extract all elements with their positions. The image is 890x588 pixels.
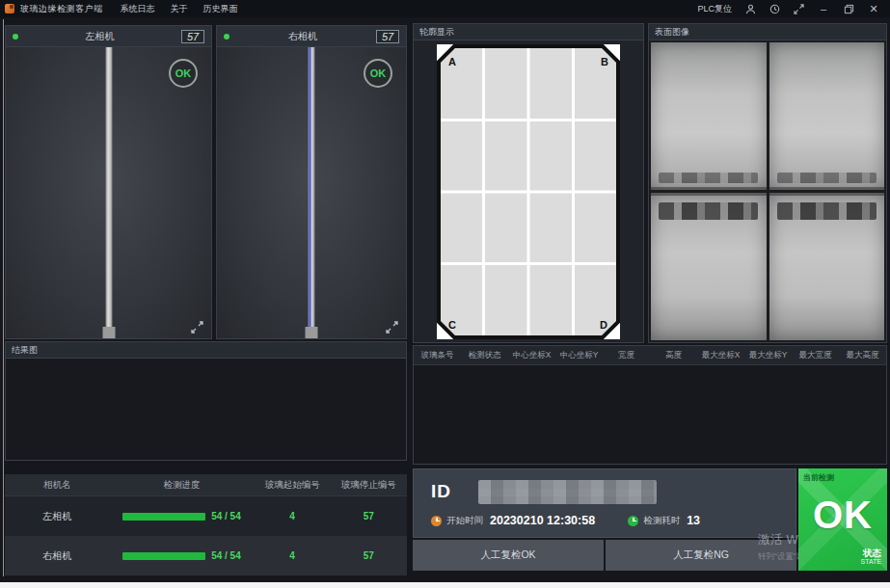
expand-icon[interactable]: [386, 320, 398, 333]
fullscreen-icon[interactable]: [793, 3, 804, 14]
stop-no-cell: 57: [331, 550, 407, 561]
glass-edge-image: [309, 47, 315, 329]
result-image-panel: 结果图: [5, 341, 407, 461]
detection-table: 玻璃条号 检测状态 中心坐标X 中心坐标Y 宽度 高度 最大坐标X 最大坐标Y …: [413, 345, 887, 465]
elapsed-clock-icon: [628, 516, 638, 526]
progress-bar: [122, 552, 205, 560]
result-panel-title: 结果图: [6, 342, 406, 359]
table-row[interactable]: 左相机 54 / 54 4 57: [5, 496, 407, 536]
manual-recheck-ng-button[interactable]: 人工复检NG: [606, 540, 796, 571]
user-icon[interactable]: [744, 3, 756, 14]
left-camera-count-field[interactable]: 57: [181, 30, 204, 43]
id-label: ID: [431, 481, 451, 502]
right-camera-header: 右相机 57: [217, 26, 406, 47]
col-center-y: 中心坐标Y: [555, 350, 603, 361]
corner-label-a: A: [448, 56, 456, 67]
plc-reset-button[interactable]: PLC复位: [697, 3, 732, 15]
desktop: 玻璃边缘检测客户端 系统日志 关于 历史界面 PLC复位 – ✕ 左相机: [0, 0, 890, 588]
progress-value: 54 / 54: [211, 511, 241, 521]
window-edge: [3, 19, 4, 576]
title-bar: 玻璃边缘检测客户端 系统日志 关于 历史界面 PLC复位 – ✕: [0, 0, 890, 17]
progress-table-header: 相机名 检测进度 玻璃起始编号 玻璃停止编号: [5, 474, 407, 496]
state-label: 状态: [860, 548, 881, 558]
manual-recheck-ok-button[interactable]: 人工复检OK: [413, 540, 604, 571]
restore-button[interactable]: [843, 3, 854, 14]
col-max-width: 最大宽度: [792, 350, 839, 361]
progress-bar: [122, 513, 205, 521]
surface-panel: 表面图像: [648, 23, 887, 343]
start-time-label: 开始时间: [446, 515, 483, 527]
corner-label-b: B: [601, 56, 608, 67]
left-camera-title: 左相机: [18, 30, 181, 43]
clock-icon[interactable]: [769, 3, 780, 14]
col-width: 宽度: [603, 350, 650, 361]
contour-panel: 轮廓显示 A B C D: [413, 23, 644, 343]
right-camera-count-field[interactable]: 57: [376, 30, 399, 43]
left-camera-view: OK: [6, 47, 211, 338]
minimize-button[interactable]: –: [817, 3, 830, 14]
col-max-height: 最大高度: [839, 350, 886, 361]
id-value-redacted: [478, 480, 657, 504]
corner-label-c: C: [448, 319, 456, 331]
expand-icon[interactable]: [191, 320, 203, 333]
col-progress: 检测进度: [109, 479, 254, 492]
progress-value: 54 / 54: [211, 550, 241, 561]
surface-image: [651, 193, 767, 340]
app-window: 玻璃边缘检测客户端 系统日志 关于 历史界面 PLC复位 – ✕ 左相机: [0, 0, 890, 582]
camera-name-cell: 右相机: [5, 549, 109, 563]
right-camera-ok-badge: OK: [364, 59, 392, 88]
screen-edge: [0, 582, 890, 588]
badge-label: 当前检测: [803, 472, 834, 483]
progress-table: 相机名 检测进度 玻璃起始编号 玻璃停止编号 左相机 54 / 54 4 57 …: [5, 474, 407, 579]
glass-contour-graphic: A B C D: [437, 44, 620, 339]
surface-panel-title: 表面图像: [649, 24, 886, 40]
right-camera-title: 右相机: [229, 30, 376, 43]
col-center-x: 中心坐标X: [508, 350, 555, 361]
col-max-y: 最大坐标Y: [744, 350, 792, 361]
col-height: 高度: [650, 350, 697, 361]
start-no-cell: 4: [255, 550, 331, 561]
col-start-no: 玻璃起始编号: [255, 479, 331, 492]
col-stop-no: 玻璃停止编号: [331, 479, 407, 492]
contour-view: A B C D: [414, 40, 643, 342]
right-camera-view: OK: [217, 47, 406, 338]
start-no-cell: 4: [255, 511, 331, 521]
elapsed-label: 检测耗时: [643, 515, 680, 527]
window-title: 玻璃边缘检测客户端: [20, 3, 103, 15]
result-image-view: [6, 359, 406, 460]
col-camera-name: 相机名: [5, 479, 109, 492]
start-time-value: 20230210 12:30:58: [490, 514, 595, 527]
col-status: 检测状态: [461, 350, 508, 361]
table-row[interactable]: 右相机 54 / 54 4 57: [5, 536, 407, 575]
menu-about[interactable]: 关于: [171, 3, 188, 15]
left-camera-ok-badge: OK: [169, 59, 198, 88]
info-panel: ID 开始时间 20230210 12:30:58 检测耗时 13: [413, 468, 796, 538]
col-glass-no: 玻璃条号: [414, 350, 461, 361]
state-sublabel: STATE: [860, 558, 881, 566]
surface-image: [769, 42, 885, 190]
camera-name-cell: 左相机: [5, 510, 109, 523]
app-logo-icon: [5, 4, 14, 13]
right-camera-panel: 右相机 57 OK: [216, 25, 407, 339]
menu-system-log[interactable]: 系统日志: [121, 3, 155, 15]
menu-history[interactable]: 历史界面: [203, 3, 238, 15]
left-camera-header: 左相机 57: [6, 26, 211, 47]
detection-result-badge: 当前检测 OK 状态 STATE: [798, 468, 887, 571]
close-button[interactable]: ✕: [867, 3, 880, 15]
surface-image-grid: [649, 40, 886, 342]
col-max-x: 最大坐标X: [697, 350, 744, 361]
elapsed-value: 13: [687, 514, 700, 527]
surface-image: [769, 193, 885, 340]
start-time-clock-icon: [431, 516, 442, 526]
glass-edge-image: [105, 47, 112, 329]
surface-image: [651, 42, 767, 190]
detection-table-body[interactable]: [414, 365, 886, 464]
detection-table-header: 玻璃条号 检测状态 中心坐标X 中心坐标Y 宽度 高度 最大坐标X 最大坐标Y …: [414, 346, 886, 365]
stop-no-cell: 57: [331, 511, 407, 521]
contour-panel-title: 轮廓显示: [414, 24, 643, 40]
left-camera-panel: 左相机 57 OK: [5, 25, 212, 339]
recheck-buttons: 人工复检OK 人工复检NG: [413, 540, 796, 571]
result-value: OK: [798, 494, 887, 537]
corner-label-d: D: [600, 319, 607, 331]
